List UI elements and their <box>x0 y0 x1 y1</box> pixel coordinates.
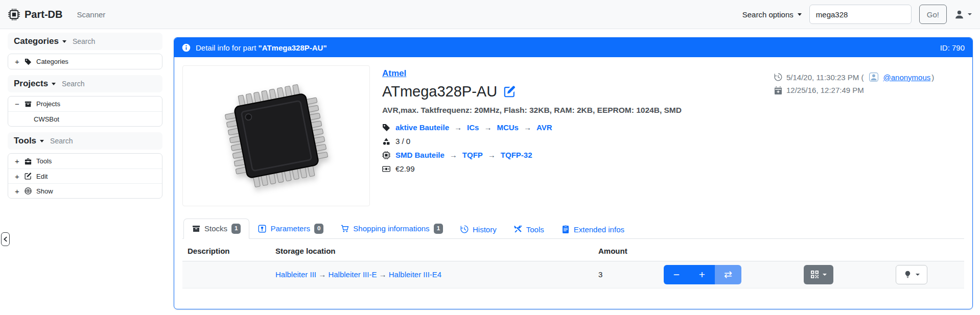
storage-location-link[interactable]: Halbleiter III <box>275 270 316 279</box>
tools-search-input[interactable] <box>50 137 156 145</box>
brand-link[interactable]: Part-DB <box>8 9 62 20</box>
tab-history[interactable]: History <box>452 220 505 239</box>
pencil-square-icon <box>504 86 516 98</box>
tree-item-label: Show <box>36 187 53 195</box>
tree-item-projects[interactable]: − Projects <box>8 96 162 111</box>
shapes-icon <box>382 137 390 146</box>
caret-down-icon <box>916 274 920 276</box>
tree-expand-toggle[interactable]: + <box>14 187 20 195</box>
categories-search-input[interactable] <box>73 37 156 45</box>
categories-dropdown[interactable]: Categories <box>14 36 66 46</box>
move-stock-button[interactable]: ⇄ <box>715 265 741 284</box>
tab-label: Tools <box>526 225 544 234</box>
user-icon <box>954 10 964 19</box>
category-link[interactable]: ICs <box>467 123 479 132</box>
clock-history-icon <box>774 73 782 81</box>
cash-icon <box>382 165 390 173</box>
tab-extended-infos[interactable]: Extended infos <box>553 220 633 239</box>
last-modified-row: 5/14/20, 11:30:23 PM ( @anonymous ) <box>774 72 964 82</box>
tools-section-header: Tools <box>8 132 162 150</box>
edit-part-button[interactable] <box>504 86 516 98</box>
tree-item-label: Categories <box>36 58 68 65</box>
column-header-amount: Amount <box>593 240 659 261</box>
footprint-link[interactable]: TQFP-32 <box>501 151 532 159</box>
search-go-button[interactable]: Go! <box>919 5 947 24</box>
tab-label: Stocks <box>204 224 227 233</box>
eye-icon <box>25 187 32 195</box>
category-link[interactable]: AVR <box>536 123 552 132</box>
sidebar-section-tools: Tools + Tools + Edit <box>8 132 162 199</box>
header-prefix: Detail info for part <box>196 43 259 52</box>
tree-item-label: Projects <box>36 100 60 108</box>
chevron-left-icon <box>3 236 8 242</box>
search-input[interactable] <box>809 5 912 24</box>
column-header-storage-location: Storage location <box>270 240 593 261</box>
parameters-icon <box>258 225 266 233</box>
created-row: 12/25/16, 12:27:49 PM <box>774 86 964 94</box>
cpu-chip-icon <box>382 151 390 159</box>
tree-item-cwsbot[interactable]: CWSBot <box>8 111 162 126</box>
tab-badge: 1 <box>231 224 241 234</box>
navbar-right-group: Search options Go! <box>742 5 972 24</box>
sidebar-collapse-button[interactable] <box>1 232 10 246</box>
stocks-table-header-row: Description Storage location Amount <box>182 240 964 261</box>
category-link[interactable]: aktive Bauteile <box>395 123 449 132</box>
stock-summary-row: 3 / 0 <box>382 136 762 146</box>
search-options-label: Search options <box>742 10 794 19</box>
category-link[interactable]: MCUs <box>497 123 519 132</box>
categories-title: Categories <box>14 36 59 46</box>
nav-link-scanner[interactable]: Scanner <box>77 10 105 19</box>
decrease-stock-button[interactable]: − <box>664 265 689 284</box>
tree-collapse-toggle[interactable]: − <box>14 100 20 108</box>
part-tabs: Stocks 1 Parameters 0 Shopping informati… <box>182 219 964 239</box>
projects-search-input[interactable] <box>62 80 156 88</box>
part-detail-card: Detail info for part "ATmega328P-AU" ID:… <box>174 37 973 309</box>
arrow-separator: → <box>524 123 531 132</box>
tree-item-edit[interactable]: + Edit <box>8 168 162 183</box>
qr-code-dropdown-button[interactable] <box>804 265 833 284</box>
tree-expand-toggle[interactable]: + <box>14 58 20 65</box>
tab-parameters[interactable]: Parameters 0 <box>249 219 332 239</box>
info-circle-icon <box>182 43 191 52</box>
tools-tree: + Tools + Edit + <box>8 153 162 199</box>
tree-item-show[interactable]: + Show <box>8 183 162 198</box>
tag-icon <box>382 124 390 132</box>
arrow-separator: → <box>454 123 462 132</box>
tab-tools[interactable]: Tools <box>505 220 553 239</box>
stock-description-cell <box>182 261 270 288</box>
box-icon <box>192 225 200 233</box>
tools-dropdown[interactable]: Tools <box>14 136 44 146</box>
pencil-square-icon <box>25 173 32 180</box>
caret-down-icon <box>968 13 972 15</box>
part-image[interactable] <box>182 65 370 206</box>
tree-item-tools[interactable]: + Tools <box>8 154 162 168</box>
caret-down-icon <box>40 140 44 142</box>
storage-location-link[interactable]: Halbleiter III-E <box>328 270 377 279</box>
modified-user-link[interactable]: @anonymous <box>883 73 931 82</box>
increase-stock-button[interactable]: + <box>689 265 715 284</box>
stocks-table: Description Storage location Amount Halb… <box>182 240 964 288</box>
arrow-separator: → <box>488 151 496 159</box>
label-generator-dropdown-button[interactable] <box>896 265 927 284</box>
search-options-dropdown[interactable]: Search options <box>742 10 802 19</box>
tree-expand-toggle[interactable]: + <box>14 173 20 180</box>
price-value: €2.99 <box>395 164 415 173</box>
user-avatar-icon <box>869 72 878 82</box>
footprint-link[interactable]: TQFP <box>462 151 483 159</box>
tree-expand-toggle[interactable]: + <box>14 157 20 165</box>
user-menu-dropdown[interactable] <box>954 10 972 19</box>
stock-amount-cell: 3 <box>593 261 659 288</box>
projects-dropdown[interactable]: Projects <box>14 79 56 89</box>
part-meta-column: 5/14/20, 11:30:23 PM ( @anonymous ) 12/2… <box>774 65 964 206</box>
categories-section-header: Categories <box>8 33 162 50</box>
storage-location-link[interactable]: Halbleiter III-E4 <box>389 270 441 279</box>
tab-shopping-informations[interactable]: Shopping informations 1 <box>332 219 452 239</box>
column-header-description: Description <box>182 240 270 261</box>
manufacturer-link[interactable]: Atmel <box>382 68 406 79</box>
tools-icon <box>514 225 522 233</box>
part-description: AVR,max. Taktfrequenz: 20MHz, Flash: 32K… <box>382 106 762 115</box>
footprint-link[interactable]: SMD Bauteile <box>395 151 445 159</box>
part-db-app: Part-DB Scanner Search options Go! Categ… <box>0 0 980 315</box>
tab-stocks[interactable]: Stocks 1 <box>183 219 249 239</box>
tree-item-categories[interactable]: + Categories <box>8 54 162 69</box>
